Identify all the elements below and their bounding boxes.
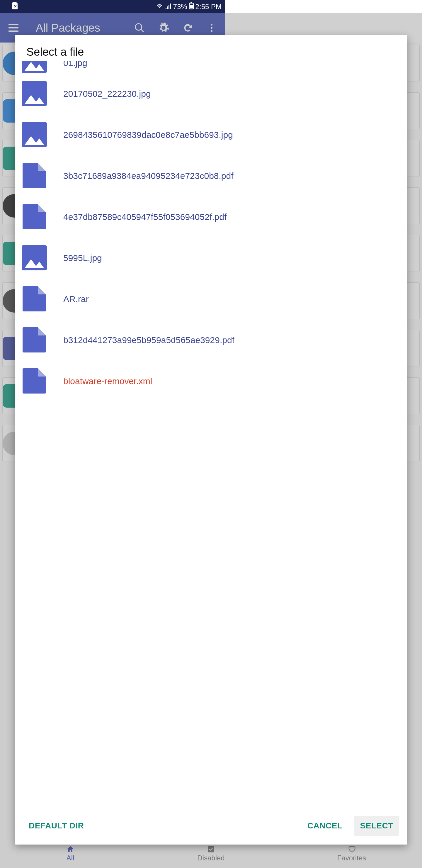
dialog-title: Select a file: [15, 35, 225, 61]
file-row[interactable]: 20170502_222230.jpg: [22, 73, 225, 114]
status-bar: ✕ 73% 2:55 PM: [0, 0, 225, 13]
file-name: 4e37db87589c405947f55f053694052f.pdf: [63, 211, 225, 223]
file-name: bloatware-remover.xml: [63, 375, 158, 387]
clock-text: 2:55 PM: [195, 3, 222, 11]
image-icon: [22, 81, 47, 106]
file-name: b312d441273a99e5b959a5d565ae3929.pdf: [63, 334, 225, 346]
signal-icon: [165, 3, 171, 11]
status-right: 73% 2:55 PM: [156, 2, 222, 11]
file-name: AR.rar: [63, 293, 95, 305]
file-row[interactable]: AR.rar: [22, 278, 225, 319]
svg-rect-3: [190, 5, 193, 8]
file-icon: [22, 163, 47, 188]
file-row[interactable]: bloatware-remover.xml: [22, 361, 225, 401]
file-icon: [22, 368, 47, 394]
image-icon: [22, 122, 47, 147]
file-row[interactable]: 5995L.jpg: [22, 237, 225, 278]
file-icon: [22, 204, 47, 229]
file-icon: [22, 327, 47, 352]
wifi-icon: [156, 3, 163, 11]
battery-icon: [189, 2, 194, 11]
file-name: 2698435610769839dac0e8c7ae5bb693.jpg: [63, 129, 225, 141]
image-icon: [22, 61, 47, 73]
file-name: 3b3c71689a9384ea94095234e723c0b8.pdf: [63, 170, 225, 182]
file-list[interactable]: 01.jpg20170502_222230.jpg269843561076983…: [15, 61, 225, 463]
battery-text: 73%: [173, 3, 187, 11]
svg-rect-2: [191, 2, 192, 3]
sim-icon: ✕: [12, 2, 18, 11]
file-name: 01.jpg: [63, 61, 93, 69]
file-row[interactable]: 3b3c71689a9384ea94095234e723c0b8.pdf: [22, 155, 225, 196]
status-left: ✕: [3, 2, 18, 11]
file-row[interactable]: 4e37db87589c405947f55f053694052f.pdf: [22, 196, 225, 237]
file-name: 5995L.jpg: [63, 252, 108, 264]
file-name: 20170502_222230.jpg: [63, 88, 157, 99]
file-icon: [22, 286, 47, 311]
file-row[interactable]: 01.jpg: [22, 61, 225, 73]
file-row[interactable]: 2698435610769839dac0e8c7ae5bb693.jpg: [22, 114, 225, 155]
svg-text:✕: ✕: [14, 4, 17, 8]
file-row[interactable]: b312d441273a99e5b959a5d565ae3929.pdf: [22, 319, 225, 361]
file-picker-dialog: Select a file 01.jpg20170502_222230.jpg2…: [15, 35, 225, 463]
image-icon: [22, 245, 47, 270]
